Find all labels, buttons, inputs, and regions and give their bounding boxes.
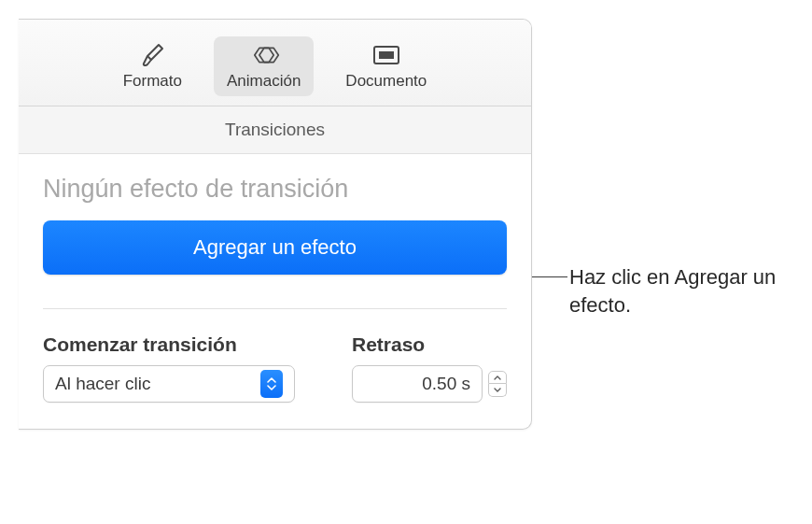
add-effect-button[interactable]: Agregar un efecto	[43, 220, 507, 275]
delay-label: Retraso	[352, 333, 507, 356]
divider	[43, 308, 507, 309]
callout-annotation: Haz clic en Agregar un efecto.	[569, 263, 793, 319]
svg-rect-1	[379, 51, 394, 59]
chevron-up-icon	[494, 375, 501, 380]
callout-line	[532, 276, 567, 277]
updown-chevron-icon	[260, 370, 283, 398]
animation-icon	[248, 42, 280, 68]
chevron-down-icon	[494, 388, 501, 392]
inspector-panel: Formato Animación Docu	[19, 19, 532, 430]
toolbar-animation[interactable]: Animación	[214, 36, 314, 96]
toolbar-format-label: Formato	[123, 72, 182, 91]
start-transition-value: Al hacer clic	[55, 374, 260, 394]
delay-group: Retraso 0.50 s	[352, 333, 507, 403]
delay-input[interactable]: 0.50 s	[352, 365, 483, 403]
start-transition-group: Comenzar transición Al hacer clic	[43, 333, 326, 403]
document-icon	[371, 42, 402, 68]
toolbar-animation-label: Animación	[227, 72, 301, 91]
stepper-down-button[interactable]	[488, 384, 507, 397]
start-transition-label: Comenzar transición	[43, 333, 326, 356]
paintbrush-icon	[136, 42, 168, 68]
callout-text: Haz clic en Agregar un efecto.	[569, 265, 776, 317]
stepper-up-button[interactable]	[488, 371, 507, 384]
inspector-toolbar: Formato Animación Docu	[19, 20, 531, 106]
delay-stepper	[488, 365, 507, 403]
panel-content: Ningún efecto de transición Agregar un e…	[19, 154, 531, 429]
toolbar-document-label: Documento	[345, 72, 427, 91]
delay-value: 0.50 s	[422, 374, 470, 394]
section-title: Transiciones	[19, 106, 531, 154]
no-effect-heading: Ningún efecto de transición	[43, 175, 507, 204]
toolbar-format[interactable]: Formato	[110, 36, 195, 96]
start-transition-select[interactable]: Al hacer clic	[43, 365, 295, 403]
toolbar-document[interactable]: Documento	[332, 36, 440, 96]
controls-row: Comenzar transición Al hacer clic Retras…	[43, 333, 507, 403]
